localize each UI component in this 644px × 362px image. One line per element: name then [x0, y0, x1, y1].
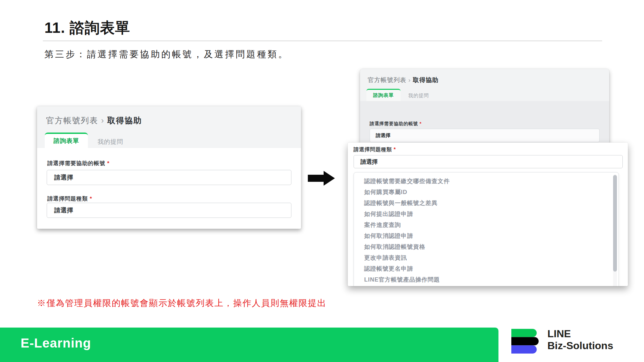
- required-asterisk: *: [90, 196, 92, 202]
- admin-permission-note: ※僅為管理員權限的帳號會顯示於帳號列表上，操作人員則無權限提出: [37, 297, 327, 309]
- tab-label: 我的提問: [98, 138, 123, 146]
- footer-bar: E-Learning: [0, 328, 498, 362]
- dropdown-option[interactable]: 認證帳號與一般帳號之差異: [354, 198, 609, 209]
- required-asterisk: *: [420, 121, 421, 126]
- breadcrumb: 官方帳號列表 › 取得協助: [46, 115, 142, 126]
- issue-type-select[interactable]: 請選擇: [354, 155, 623, 168]
- line-biz-solutions-logo: LINE Biz-Solutions: [511, 329, 640, 354]
- dropdown-option[interactable]: 案件進度查詢: [354, 219, 609, 230]
- issue-type-field-label: 請選擇問題種類 *: [47, 195, 92, 202]
- select-value: 請選擇: [54, 173, 73, 182]
- dropdown-option[interactable]: 認證帳號需要繳交哪些備查文件: [354, 176, 609, 187]
- breadcrumb-separator: ›: [408, 77, 411, 83]
- tab-label: 我的提問: [408, 93, 429, 99]
- breadcrumb-current: 取得協助: [107, 116, 142, 125]
- breadcrumb-separator: ›: [101, 116, 104, 125]
- select-value: 請選擇: [54, 206, 73, 215]
- elearning-label: E-Learning: [21, 336, 91, 350]
- select-value: 請選擇: [360, 158, 378, 166]
- account-field-label: 請選擇需要協助的帳號 *: [47, 160, 109, 167]
- line-biz-b-icon: [511, 329, 539, 355]
- dropdown-option[interactable]: 如何提出認證申請: [354, 209, 609, 219]
- arrow-right-icon: [308, 171, 336, 186]
- breadcrumb-parent-link[interactable]: 官方帳號列表: [368, 77, 406, 83]
- breadcrumb-current: 取得協助: [413, 77, 439, 83]
- breadcrumb-parent-link[interactable]: 官方帳號列表: [46, 116, 98, 125]
- dropdown-option[interactable]: 更改申請表資訊: [354, 252, 609, 263]
- tab-my-questions[interactable]: 我的提問: [408, 91, 429, 100]
- dropdown-option[interactable]: 如何購買專屬ID: [354, 187, 609, 198]
- tab-my-questions[interactable]: 我的提問: [98, 136, 123, 148]
- account-select[interactable]: 請選擇: [370, 129, 600, 142]
- dropdown-option[interactable]: LINE官方帳號產品操作問題: [354, 274, 609, 285]
- form-screenshot-right-front: 請選擇問題種類 * 請選擇 認證帳號需要繳交哪些備查文件 如何購買專屬ID 認證…: [348, 143, 628, 286]
- required-asterisk: *: [393, 147, 396, 152]
- select-value: 請選擇: [376, 133, 390, 139]
- form-screenshot-left: 官方帳號列表 › 取得協助 諮詢表單 我的提問 請選擇需要協助的帳號 * 請選擇…: [37, 106, 301, 229]
- account-field-label: 請選擇需要協助的帳號 *: [370, 121, 421, 127]
- breadcrumb: 官方帳號列表 › 取得協助: [368, 76, 439, 84]
- tab-consult-form[interactable]: 諮詢表單: [45, 133, 88, 148]
- tab-label: 諮詢表單: [53, 137, 79, 145]
- issue-type-field-label: 請選擇問題種類 *: [354, 146, 396, 153]
- logo-line2: Biz-Solutions: [547, 340, 613, 352]
- slide: 11. 諮詢表單 第三步：請選擇需要協助的帳號，及選擇問題種類。 官方帳號列表 …: [0, 0, 644, 362]
- issue-type-dropdown: 認證帳號需要繳交哪些備查文件 如何購買專屬ID 認證帳號與一般帳號之差異 如何提…: [354, 172, 619, 286]
- dropdown-option[interactable]: 如何取消認證帳號資格: [354, 241, 609, 252]
- logo-wordmark: LINE Biz-Solutions: [547, 328, 613, 352]
- dropdown-option-list: 認證帳號需要繳交哪些備查文件 如何購買專屬ID 認證帳號與一般帳號之差異 如何提…: [354, 176, 609, 285]
- tab-consult-form[interactable]: 諮詢表單: [366, 89, 401, 101]
- tab-label: 諮詢表單: [373, 92, 394, 98]
- page-title: 11. 諮詢表單: [44, 18, 130, 38]
- logo-line1: LINE: [547, 328, 613, 340]
- dropdown-scrollbar-thumb[interactable]: [613, 175, 617, 272]
- dropdown-option[interactable]: 認證帳號更名申請: [354, 263, 609, 274]
- required-asterisk: *: [107, 160, 110, 166]
- title-divider: [43, 41, 602, 41]
- account-select[interactable]: 請選擇: [47, 170, 291, 185]
- issue-type-select[interactable]: 請選擇: [47, 203, 291, 218]
- step-instruction: 第三步：請選擇需要協助的帳號，及選擇問題種類。: [44, 48, 289, 60]
- dropdown-option[interactable]: 如何取消認證申請: [354, 230, 609, 241]
